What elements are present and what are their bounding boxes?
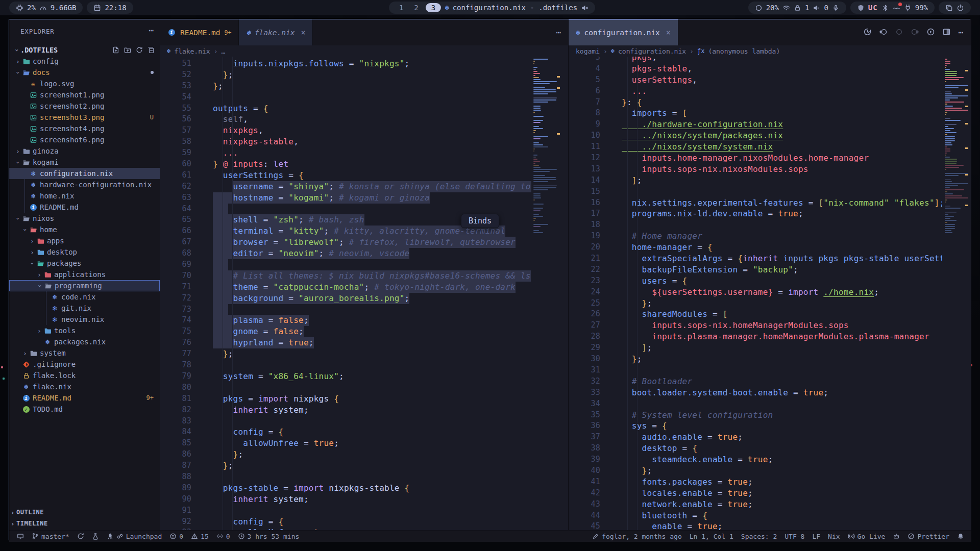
code-line-3[interactable]: 3 pkgs, (569, 57, 942, 63)
tree-item-neovim-nix[interactable]: ❄neovim.nix (9, 314, 160, 325)
tree-item-screenshot3-png[interactable]: screenshot3.pngU (9, 112, 160, 123)
wifi-icon[interactable] (782, 4, 790, 12)
breadcrumb[interactable]: kogami › ❄ configuration.nix › ƒx (anony… (569, 45, 971, 57)
speaker-mute-icon[interactable] (581, 4, 589, 12)
tree-item-ginoza[interactable]: ›ginoza (9, 145, 160, 157)
speaker-icon[interactable] (813, 4, 820, 12)
code-line-14[interactable]: 14 ]; (569, 175, 942, 186)
breadcrumb-item[interactable]: … (222, 47, 226, 55)
workspace-3[interactable]: 3 (426, 3, 441, 12)
code-line-7[interactable]: 7}: { (569, 97, 942, 108)
tree-item-applications[interactable]: ›applications (9, 269, 160, 280)
status-indentation[interactable]: Spaces: 2 (741, 533, 777, 540)
code-line-92[interactable]: 92 config = { (160, 516, 531, 528)
code-line-72[interactable]: 72 background = "aurora_borealis.png"; (160, 293, 531, 304)
code-line-73[interactable]: 73 (160, 304, 531, 315)
status-eol[interactable]: LF (812, 533, 820, 540)
bluetooth-icon[interactable] (881, 4, 889, 12)
timeline-section[interactable]: › TIMELINE (9, 518, 160, 529)
tree-item-programming[interactable]: ›programming (9, 280, 160, 291)
tree-item-screenshot6-png[interactable]: screenshot6.png (9, 134, 160, 145)
tree-item-packages-nix[interactable]: ❄packages.nix (9, 336, 160, 347)
brightness-icon[interactable] (755, 4, 763, 12)
tree-item--gitignore[interactable]: .gitignore (9, 359, 160, 370)
status-warnings[interactable]: 15 (191, 533, 209, 540)
power-icon[interactable] (957, 4, 964, 12)
code-line-35[interactable]: 35 # System level configuration (569, 410, 942, 421)
code-line-82[interactable]: 82 inherit system; (160, 405, 531, 416)
code-line-6[interactable]: 6 ... (569, 86, 942, 97)
refresh-icon[interactable] (136, 46, 143, 54)
close-icon[interactable]: × (666, 28, 671, 37)
code-line-4[interactable]: 4 pkgs-stable, (569, 63, 942, 74)
code-line-19[interactable]: 19 # Home manager (569, 231, 942, 242)
code-line-22[interactable]: 22 backupFileExtension = "backup"; (569, 264, 942, 276)
code-line-31[interactable]: 31 (569, 365, 942, 376)
code-line-55[interactable]: 55outputs = { (160, 103, 531, 114)
tree-item-flake-lock[interactable]: flake.lock (9, 370, 160, 381)
code-line-32[interactable]: 32 # Bootloader (569, 376, 942, 387)
timeline-refresh-icon[interactable] (863, 28, 872, 36)
notification-tray-icon[interactable] (893, 4, 900, 12)
tree-item-readme-md[interactable]: iREADME.md9+ (9, 392, 160, 404)
code-line-77[interactable]: 77 }; (160, 348, 531, 360)
workspace-2[interactable]: 2 (410, 4, 422, 12)
status-go-live[interactable]: Go Live (848, 533, 886, 540)
status-ports[interactable]: 0 (216, 533, 230, 540)
code-line-87[interactable]: 87 }; (160, 460, 531, 471)
breadcrumb-item[interactable]: (anonymous lambda) (708, 47, 780, 55)
tree-item-home-nix[interactable]: ❄home.nix (9, 190, 160, 202)
status-notifications[interactable] (957, 533, 964, 540)
code-line-81[interactable]: 81 pkgs = import nixpkgs { (160, 393, 531, 405)
tree-item-config[interactable]: ›config (9, 56, 160, 67)
code-line-89[interactable]: 89 pkgs-stable = import nixpkgs-stable { (160, 483, 531, 494)
code-line-78[interactable]: 78 (160, 360, 531, 371)
code-line-45[interactable]: 45 enable = true; (569, 521, 942, 530)
code-line-80[interactable]: 80 (160, 382, 531, 393)
code-line-33[interactable]: 33 boot.loader.systemd-boot.enable = tru… (569, 387, 942, 398)
code-line-61[interactable]: 61 userSettings = { (160, 170, 531, 181)
status-pipeline[interactable] (92, 533, 99, 540)
code-line-11[interactable]: 11 ../nixos/system/system.nix (569, 141, 942, 153)
code-line-24[interactable]: 24 ${userSettings.username} = import ./h… (569, 287, 942, 298)
code-line-12[interactable]: 12 inputs.home-manager.nixosModules.home… (569, 153, 942, 164)
nav-dot-icon[interactable] (895, 28, 903, 36)
code-line-30[interactable]: 30 }; (569, 354, 942, 365)
code-line-59[interactable]: 59 ... (160, 147, 531, 159)
code-line-17[interactable]: 17 programs.nix-ld.dev.enable = true; (569, 208, 942, 219)
code-line-54[interactable]: 54 (160, 92, 531, 103)
code-line-76[interactable]: 76 hyprland = true; (160, 337, 531, 348)
status-cursor-position[interactable]: Ln 1, Col 1 (690, 533, 733, 540)
shield-icon[interactable] (857, 4, 865, 12)
breadcrumb-item[interactable]: flake.nix (174, 47, 210, 55)
tree-item-flake-nix[interactable]: ❄flake.nix (9, 381, 160, 392)
code-editor-flake-nix[interactable]: 51 inputs.nixpkgs.follows = "nixpkgs";52… (160, 57, 531, 530)
code-editor-configuration-nix[interactable]: 3 pkgs,4 pkgs-stable,5 userSettings,6 ..… (569, 57, 942, 530)
code-line-75[interactable]: 75 gnome = false; (160, 326, 531, 337)
new-folder-icon[interactable] (124, 46, 131, 54)
code-line-56[interactable]: 56 self, (160, 114, 531, 125)
tab-configuration-nix[interactable]: ❄ configuration.nix × (569, 19, 678, 45)
code-line-40[interactable]: 40 }; (569, 465, 942, 477)
code-line-91[interactable]: 91 (160, 505, 531, 516)
tree-item-apps[interactable]: ›apps (9, 235, 160, 246)
workspace-1[interactable]: 1 (396, 4, 407, 12)
code-line-23[interactable]: 23 users = { (569, 276, 942, 287)
code-line-42[interactable]: 42 locales.enable = true; (569, 488, 942, 499)
code-line-58[interactable]: 58 nixpkgs-stable, (160, 136, 531, 147)
clock-pill[interactable]: 22:18 (87, 2, 133, 14)
clipboard-icon[interactable] (945, 4, 953, 12)
tree-item-screenshot4-png[interactable]: screenshot4.png (9, 123, 160, 134)
code-line-43[interactable]: 43 network.enable = true; (569, 499, 942, 510)
code-line-29[interactable]: 29 ]; (569, 342, 942, 354)
code-line-85[interactable]: 85 allowUnfree = true; (160, 438, 531, 449)
nav-fwd-icon[interactable] (911, 28, 919, 36)
code-line-18[interactable]: 18 (569, 219, 942, 231)
breadcrumb-item[interactable]: kogami (576, 47, 600, 55)
explorer-more-button[interactable]: ⋯ (149, 26, 154, 35)
tree-item-git-nix[interactable]: ❄git.nix (9, 303, 160, 314)
code-line-16[interactable]: 16 nix.settings.experimental-features = … (569, 197, 942, 209)
tree-item-screenshot2-png[interactable]: screenshot2.png (9, 101, 160, 112)
new-file-icon[interactable] (112, 46, 119, 54)
code-line-62[interactable]: 62 username = "shinya"; # konsta or shin… (160, 181, 531, 192)
